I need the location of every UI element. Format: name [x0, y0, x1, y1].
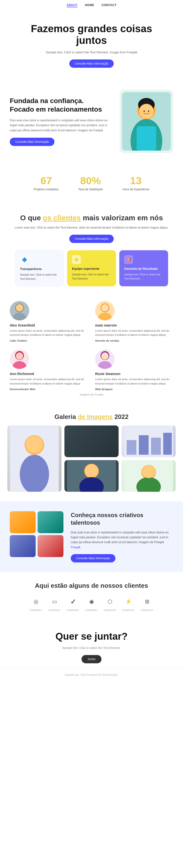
- card-result: 🎯 Garantia de Resultado sample text. Cli…: [119, 250, 168, 286]
- nav-about[interactable]: ABOUT: [67, 3, 78, 7]
- footer: Sample text. Click to select the Text El…: [0, 668, 183, 681]
- svg-point-6: [143, 111, 145, 112]
- svg-point-16: [13, 361, 26, 369]
- card-transparency: 🔷 Transparência Sample text. Click to se…: [15, 250, 64, 286]
- clients-heading-highlight: os clientes: [43, 214, 81, 222]
- svg-point-33: [85, 464, 98, 477]
- logo-icon-3: ✓: [67, 596, 79, 608]
- member-maio-bio: Lorem ipsum dolor sit amet, consectetur …: [95, 329, 173, 337]
- trust-body: Duis aute irure dolor in reprehenderit i…: [10, 118, 110, 133]
- stat-projects-label: Projetos completos: [34, 188, 58, 191]
- team-member-maio: maio marrom Lorem ipsum dolor sit amet, …: [95, 301, 173, 342]
- gallery-item-3: [122, 426, 176, 457]
- logo-icon-5: ⬡: [104, 596, 116, 608]
- creative-img-3: [10, 535, 36, 557]
- gallery-heading: Galeria de Imagens 2022: [7, 413, 176, 421]
- svg-rect-27: [139, 435, 149, 455]
- gallery-item-tall: [7, 426, 61, 492]
- creative-heading: Conheça nossos criativos talentosos: [71, 511, 173, 526]
- clients-heading: O que os clientes mais valorizam em nós: [15, 213, 168, 222]
- nav-contact[interactable]: CONTACT: [102, 3, 116, 7]
- logo-icon-7: ⊞: [141, 596, 153, 608]
- gallery-img-man: [64, 460, 119, 492]
- hero-section: Fazemos grandes coisas juntos Sample tex…: [0, 11, 183, 78]
- cards-row: 🔷 Transparência Sample text. Click to se…: [0, 245, 183, 296]
- member-ann-bio: Lorem ipsum dolor sit amet, consectetur …: [10, 377, 88, 386]
- gallery-img-laptop: [122, 460, 176, 492]
- logos-section: Aqui estão alguns de nossos clientes ◎ C…: [0, 572, 183, 619]
- navbar: ABOUT HOME CONTACT: [0, 0, 183, 11]
- member-roxie-name: Roxie Swanson: [95, 372, 173, 376]
- hero-title: Fazemos grandes coisas juntos: [15, 23, 168, 46]
- clients-cta-button[interactable]: Consulte Mais informação: [69, 235, 114, 243]
- member-alex-bio: Lorem ipsum dolor sit amet, consectetur …: [10, 329, 88, 337]
- creative-section: Conheça nossos criativos talentosos Duis…: [0, 501, 183, 572]
- join-body: Sample text. Click to select the Text El…: [15, 646, 168, 650]
- creative-cta-button[interactable]: Consulte Mais informação: [71, 554, 115, 562]
- logo-icon-4: ◉: [86, 596, 97, 608]
- trust-section: Fundada na confiança. Focado em relacion…: [0, 78, 183, 165]
- creative-body: Duis aute irure dolor in reprehenderit i…: [71, 530, 173, 550]
- join-cta-button[interactable]: Juntar: [81, 655, 101, 663]
- card-result-title: Garantia de Resultado: [124, 267, 163, 271]
- stat-satisfaction: 80% Taxa de Satisfação: [78, 175, 103, 191]
- hero-cta-button[interactable]: Consulte Mais informação: [69, 59, 114, 68]
- member-maio-role: Gerente de vendas: [95, 339, 173, 342]
- card-transparency-title: Transparência: [20, 267, 58, 271]
- stat-experience: 13 Anos de Experiência: [123, 175, 149, 191]
- logo-item-2: ▭ COMPANY: [48, 596, 61, 611]
- creative-img-2: [37, 511, 63, 533]
- stat-projects-number: 67: [34, 175, 58, 187]
- member-maio-name: maio marrom: [95, 323, 173, 327]
- logo-label-7: COMPANY: [141, 609, 154, 611]
- gallery-img-office: [122, 426, 176, 457]
- svg-rect-8: [137, 126, 156, 151]
- trust-image: [120, 90, 173, 153]
- svg-rect-28: [151, 438, 161, 455]
- logo-item-4: ◉ COMPANY: [85, 596, 98, 611]
- svg-point-17: [16, 352, 23, 360]
- member-alex-name: Alex Greenfield: [10, 323, 88, 327]
- team-member-roxie: Roxie Swanson Lorem ipsum dolor sit amet…: [95, 349, 173, 391]
- svg-point-11: [16, 304, 23, 311]
- gallery-heading-highlight: de Imagens: [78, 413, 113, 421]
- card-transparency-body: Sample text. Click to select the Text El…: [20, 273, 58, 281]
- svg-point-5: [139, 104, 154, 118]
- nav-home[interactable]: HOME: [85, 3, 94, 7]
- join-section: Quer se juntar? Sample text. Click to se…: [0, 619, 183, 668]
- clients-body: Lorem aute text. Click to select the Tex…: [15, 226, 168, 229]
- logo-item-3: ✓ COMPANY: [67, 596, 79, 611]
- logo-item-5: ⬡ COMPANY: [104, 596, 116, 611]
- creative-images: [10, 511, 63, 557]
- stat-satisfaction-label: Taxa de Satisfação: [78, 188, 103, 191]
- team-member-alex: Alex Greenfield Lorem ipsum dolor sit am…: [10, 301, 88, 342]
- trust-heading: Fundada na confiança. Focado em relacion…: [10, 96, 110, 114]
- gallery-item-4: [64, 460, 119, 492]
- avatar-ann: [10, 349, 29, 369]
- member-ann-role: Desenvolvedor Web: [10, 388, 88, 391]
- logo-label-3: COMPANY: [67, 609, 79, 611]
- card-team-body: Sample text. Click to select the Text El…: [72, 273, 111, 281]
- trust-cta-button[interactable]: Consulte Mais informação: [10, 138, 54, 146]
- svg-point-7: [148, 111, 149, 112]
- stats-section: 67 Projetos completos 80% Taxa de Satisf…: [0, 165, 183, 201]
- logo-label-5: COMPANY: [104, 609, 116, 611]
- join-heading: Quer se juntar?: [15, 631, 168, 642]
- logo-icon-6: ⚡: [123, 596, 134, 608]
- logo-item-1: ◎ COMPANY: [30, 596, 43, 611]
- logos-row: ◎ COMPANY ▭ COMPANY ✓ COMPANY ◉ COMPANY …: [7, 596, 176, 611]
- svg-point-20: [101, 352, 109, 360]
- stat-projects: 67 Projetos completos: [34, 175, 58, 191]
- creative-img-1: [10, 511, 36, 533]
- team-grid: Alex Greenfield Lorem ipsum dolor sit am…: [10, 301, 173, 391]
- stat-experience-label: Anos de Experiência: [123, 188, 149, 191]
- gallery-img-dark: [64, 426, 119, 457]
- svg-point-10: [13, 313, 26, 320]
- logo-label-2: COMPANY: [48, 609, 61, 611]
- logo-label-4: COMPANY: [85, 609, 98, 611]
- svg-rect-26: [127, 440, 136, 455]
- trust-text: Fundada na confiança. Focado em relacion…: [10, 96, 110, 146]
- gallery-section: Galeria de Imagens 2022: [0, 406, 183, 499]
- svg-point-37: [142, 465, 155, 478]
- member-roxie-bio: Lorem ipsum dolor sit amet, consectetur …: [95, 377, 173, 386]
